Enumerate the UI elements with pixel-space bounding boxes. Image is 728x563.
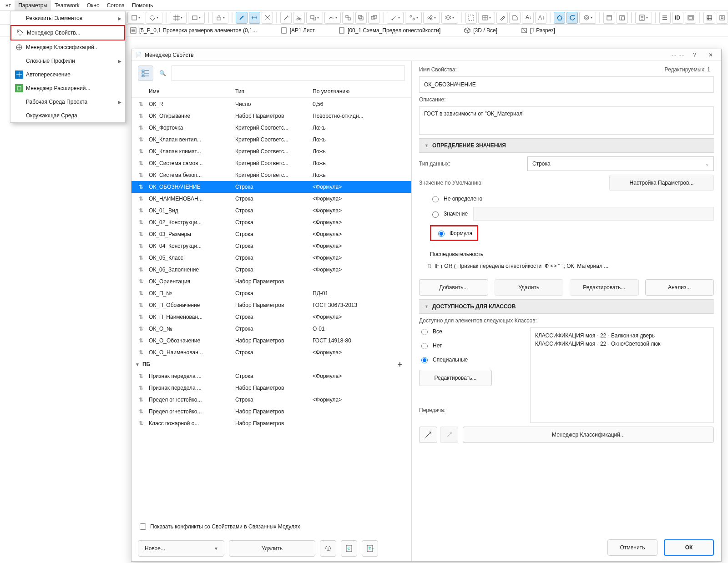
datatype-select[interactable]: Строка⌄ [527, 156, 714, 171]
tool-dropdown-2[interactable]: ▾ [146, 12, 162, 24]
property-row[interactable]: ⇅ОК_П_ОбозначениеНабор ПараметровГОСТ 30… [131, 299, 411, 311]
property-row[interactable]: ⇅ОК_П_Наименован...Строка<Формула> [131, 311, 411, 323]
class-item[interactable]: КЛАССИФИКАЦИЯ моя - 22 - Балконная дверь [535, 332, 709, 339]
overlap-tool[interactable] [368, 12, 379, 24]
property-row[interactable]: ⇅ОК_Система самов...Критерий Соответс...… [131, 157, 411, 169]
tool-dropdown[interactable]: ▾ [127, 12, 144, 24]
radio-value[interactable]: Значение [430, 210, 468, 218]
params-dropdown[interactable]: Реквизиты Элементов▶Менеджер Свойств...М… [10, 11, 126, 123]
window-tool-2[interactable] [617, 12, 628, 24]
info-button[interactable]: ⓘ [320, 540, 336, 557]
property-row[interactable]: ⇅Признак передела ...Набор Параметров [131, 382, 411, 394]
group-tool[interactable] [465, 12, 477, 24]
box-in-tool[interactable] [717, 12, 728, 24]
sheet-tool[interactable]: ▾ [635, 12, 652, 24]
menubar[interactable]: нтПараметрыTeamworkОкноCoronaПомощь [0, 0, 728, 11]
grid-tool[interactable]: ▾ [170, 12, 187, 24]
window-tool-1[interactable] [603, 12, 615, 24]
menuitem--[interactable]: Окружающая Среда [10, 109, 125, 122]
property-row[interactable]: ⇅ОК_ОткрываниеНабор ПараметровПоворотно-… [131, 110, 411, 122]
property-row[interactable]: ⇅ОК_04_Конструкци...Строка<Формула> [131, 240, 411, 252]
import-button[interactable] [341, 540, 357, 557]
close-button[interactable]: ✕ [704, 52, 718, 58]
property-group[interactable]: ▼ПБ+ [131, 358, 411, 370]
search-input[interactable] [172, 65, 405, 81]
property-row[interactable]: ⇅Предел огнестойко...Набор Параметров [131, 406, 411, 417]
lock-tool[interactable]: ▾ [212, 12, 229, 24]
property-row[interactable]: ⇅Предел огнестойко...Строка<Формула> [131, 394, 411, 406]
menuitem--[interactable]: Автопересечение [10, 68, 125, 81]
label-tool[interactable] [509, 12, 521, 24]
menuitem--[interactable]: Реквизиты Элементов▶ [10, 11, 125, 25]
formula-item[interactable]: ⇅ IF ( OR ( Признак передела огнестойкос… [421, 260, 712, 272]
delete-button[interactable]: Удалить [229, 540, 315, 557]
section-value-definition[interactable]: ОПРЕДЕЛЕНИЕ ЗНАЧЕНИЯ [419, 138, 714, 153]
attach-tool[interactable] [236, 12, 247, 24]
radio-all-classes[interactable]: Все [419, 327, 524, 335]
menuitem--[interactable]: Менеджер Расширений... [10, 81, 125, 95]
dimension-tool[interactable] [249, 12, 260, 24]
property-desc-input[interactable] [419, 106, 714, 135]
cancel-button[interactable]: Отменить [607, 539, 657, 556]
tree-view-button[interactable] [138, 65, 153, 81]
shape-refresh-tool[interactable] [566, 12, 578, 24]
squares-tool[interactable] [342, 12, 354, 24]
menuitem--[interactable]: Менеджер Классификаций... [10, 40, 125, 54]
new-button[interactable]: Новое...▾ [138, 540, 224, 557]
wand-tool[interactable] [280, 12, 292, 24]
class-list[interactable]: КЛАССИФИКАЦИЯ моя - 22 - Балконная дверь… [530, 327, 714, 423]
layers-tool[interactable]: ▾ [441, 12, 458, 24]
intersect-tool[interactable] [355, 12, 367, 24]
tab[interactable]: [1 Разрез] [518, 25, 558, 35]
property-row[interactable]: ⇅ОК_03_РазмерыСтрока<Формула> [131, 228, 411, 240]
radio-special-classes[interactable]: Специальные [419, 356, 524, 363]
menuitem--[interactable]: Сложные Профили▶ [10, 54, 125, 68]
class-item[interactable]: КЛАССИФИКАЦИЯ моя - 22 - Окно/Световой л… [535, 341, 709, 347]
menuitem--[interactable]: Рабочая Среда Проекта▶ [10, 95, 125, 109]
property-row[interactable]: ⇅ОК_06_ЗаполнениеСтрока<Формула> [131, 264, 411, 276]
grid-snap-tool[interactable]: ▾ [478, 12, 495, 24]
resize-tool[interactable]: ▾ [306, 12, 323, 24]
property-row[interactable]: ⇅ОК_О_Наименован...Строка<Формула> [131, 347, 411, 358]
edit-classes-button[interactable]: Редактировать... [419, 370, 492, 386]
property-row[interactable]: ⇅ОК_Клапан климат...Критерий Соответс...… [131, 146, 411, 157]
property-row[interactable]: ⇅Класс пожарной о...Набор Параметров [131, 417, 411, 429]
shape-pentagon-tool[interactable] [554, 12, 565, 24]
radio-undefined[interactable]: Не определено [430, 195, 714, 202]
ring-tool[interactable]: ▾ [579, 12, 596, 24]
menu-Окно[interactable]: Окно [83, 0, 103, 10]
tab[interactable]: [3D / Все] [461, 25, 500, 35]
section-class-availability[interactable]: ДОСТУПНОСТЬ ДЛЯ КЛАССОВ [419, 299, 714, 314]
text-small-tool[interactable]: A↓ [522, 12, 533, 24]
property-row[interactable]: ⇅ОК_О_№СтрокаО-01 [131, 323, 411, 335]
property-row[interactable]: ⇅ОК_П_№СтрокаПД-01 [131, 287, 411, 299]
text-large-tool[interactable]: A↑ [535, 12, 546, 24]
menu-Параметры[interactable]: Параметры [15, 0, 51, 10]
radio-formula[interactable]: Формула [430, 225, 478, 241]
id-tool[interactable]: ID [672, 12, 683, 24]
pick-tool-button[interactable] [419, 427, 437, 443]
add-icon[interactable]: + [397, 360, 402, 369]
property-row[interactable]: ⇅Признак передела ...Строка<Формула> [131, 370, 411, 382]
property-name-input[interactable] [419, 76, 714, 93]
grid9-tool[interactable] [703, 12, 715, 24]
plane-tool[interactable]: ▾ [324, 12, 341, 24]
scissors-tool[interactable] [293, 12, 304, 24]
property-row[interactable]: ⇅ОК_Клапан вентил...Критерий Соответс...… [131, 134, 411, 146]
property-row[interactable]: ⇅ОК_О_ОбозначениеНабор ПараметровГОСТ 14… [131, 335, 411, 347]
tab[interactable]: [00_1 Схема_Предел огнестойкости] [336, 25, 443, 35]
graph-tool[interactable]: ▾ [423, 12, 440, 24]
add-formula-button[interactable]: Добавить... [419, 279, 488, 296]
property-row[interactable]: ⇅ОК_01_ВидСтрока<Формула> [131, 205, 411, 216]
measure-tool[interactable]: ▾ [387, 12, 404, 24]
property-row[interactable]: ⇅ОК_RЧисло0,56 [131, 98, 411, 110]
property-row[interactable]: ⇅ОК_Система безоп...Критерий Соответс...… [131, 169, 411, 181]
edit-tool[interactable] [496, 12, 508, 24]
property-row[interactable]: ⇅ОК_ОБОЗНАЧЕНИЕСтрока<Формула> [131, 181, 411, 193]
radio-no-classes[interactable]: Нет [419, 342, 524, 349]
property-row[interactable]: ⇅ОК_ФорточкаКритерий Соответс...Ложь [131, 122, 411, 134]
cut-tool[interactable] [262, 12, 273, 24]
property-row[interactable]: ⇅ОК_02_Конструкци...Строка<Формула> [131, 216, 411, 228]
menuitem--[interactable]: Менеджер Свойств... [10, 25, 125, 40]
show-conflicts-checkbox[interactable]: Показать конфликты со Свойствами в Связа… [131, 518, 411, 536]
